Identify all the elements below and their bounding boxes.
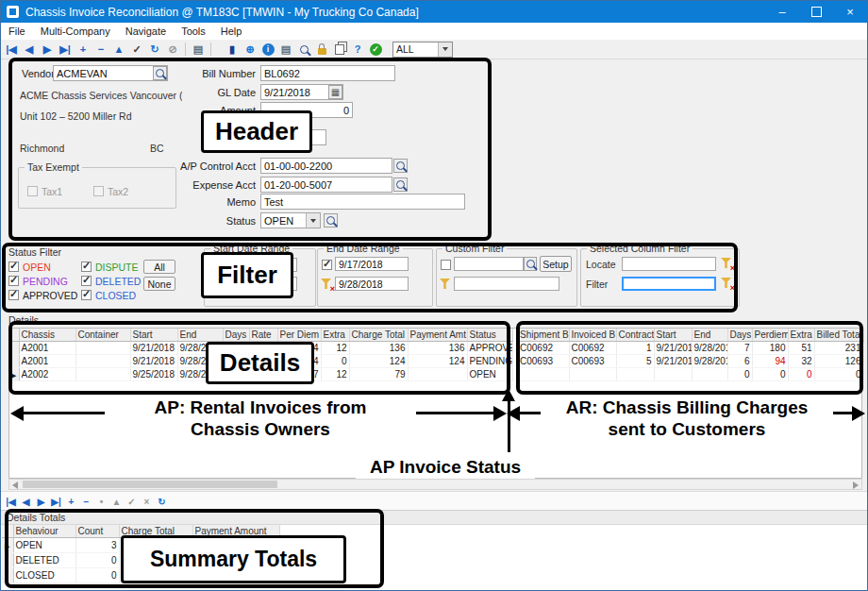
prev-record-button[interactable]: ◀: [21, 42, 38, 58]
menu-help[interactable]: Help: [213, 25, 250, 37]
ap-arrow-caption: AP: Rental Invoices from Chassis Owners: [105, 397, 416, 440]
ap-status-arrow: [508, 401, 510, 452]
window-title: Chassis Invoice Reconciliation @ TM183C …: [25, 6, 765, 19]
toolbar-separator: [210, 42, 211, 56]
filter-annotation-label: Filter: [201, 252, 293, 298]
ap-status-caption: AP Invoice Status: [356, 456, 535, 479]
totals-post-button[interactable]: ✓: [125, 495, 139, 509]
lock-button[interactable]: [313, 42, 330, 58]
totals-next-button[interactable]: ▶: [34, 495, 48, 509]
copy-icon: [335, 44, 344, 55]
totals-refresh-button[interactable]: ↻: [155, 495, 169, 509]
maximize-icon: [811, 7, 822, 17]
scroll-left-arrow[interactable]: [12, 481, 18, 489]
totals-prev-button[interactable]: ◀: [19, 495, 33, 509]
print-preview-button[interactable]: ▤: [277, 42, 294, 58]
menu-bar: File Multi-Company Navigate Tools Help: [1, 23, 867, 41]
filter-annotation-box: [2, 243, 738, 312]
last-record-button[interactable]: ▶|: [57, 42, 74, 58]
hide-record-button[interactable]: ⊘: [164, 42, 181, 58]
menu-multi-company[interactable]: Multi-Company: [33, 25, 118, 37]
post-record-button[interactable]: ✓: [128, 42, 145, 58]
details-annotation-label: Details: [206, 342, 314, 384]
ar-details-annotation-box: [516, 321, 863, 395]
totals-delete-button[interactable]: −: [79, 495, 93, 509]
summary-annotation-label: Summary Totals: [121, 535, 346, 583]
combo-dropdown-button[interactable]: [438, 42, 452, 57]
app-window: Chassis Invoice Reconciliation @ TM183C …: [0, 0, 868, 591]
search-button[interactable]: [295, 42, 312, 58]
edit-record-button[interactable]: ▲: [110, 42, 127, 58]
close-button[interactable]: ×: [833, 1, 867, 23]
ar-arrow-caption: AR: Chassis Billing Charges sent to Cust…: [541, 397, 833, 440]
minimize-button[interactable]: –: [765, 1, 799, 23]
search-icon: [300, 45, 309, 54]
title-bar: Chassis Invoice Reconciliation @ TM183C …: [1, 1, 867, 23]
toolbar-separator: [185, 42, 186, 56]
info-icon: i: [262, 43, 275, 56]
lock-icon: [318, 48, 326, 55]
caption-line: AP: Rental Invoices from: [105, 397, 416, 418]
approve-button[interactable]: ✓: [367, 42, 384, 58]
totals-dot-button[interactable]: •: [94, 495, 108, 509]
caption-line: Chassis Owners: [105, 418, 416, 440]
maximize-button[interactable]: [799, 1, 833, 23]
totals-cancel-button[interactable]: ×: [140, 495, 154, 509]
insert-record-button[interactable]: +: [75, 42, 92, 58]
first-record-button[interactable]: |◀: [3, 42, 20, 58]
menu-tools[interactable]: Tools: [174, 25, 213, 37]
web-button[interactable]: ⊕: [242, 42, 259, 58]
menu-file[interactable]: File: [1, 25, 33, 37]
details-hscrollbar[interactable]: [8, 479, 862, 490]
info-button[interactable]: i: [259, 42, 276, 58]
app-tile-button[interactable]: ▮: [224, 42, 241, 58]
refresh-button[interactable]: ↻: [146, 42, 163, 58]
print-button[interactable]: ▤: [190, 42, 207, 58]
totals-first-button[interactable]: |◀: [4, 495, 18, 509]
scroll-right-arrow[interactable]: [853, 481, 859, 489]
caption-line: sent to Customers: [541, 418, 833, 440]
main-toolbar: |◀ ◀ ▶ ▶| + − ▲ ✓ ↻ ⊘ ▤ ▮ ⊕ i ▤ ? ✓ ALL: [1, 40, 868, 59]
copy-button[interactable]: [331, 42, 348, 58]
scrollbar-thumb[interactable]: [23, 481, 277, 488]
help-button[interactable]: ?: [349, 42, 366, 58]
record-filter-combo[interactable]: ALL: [392, 42, 453, 58]
totals-insert-button[interactable]: +: [64, 495, 78, 509]
approve-check-icon: ✓: [370, 43, 382, 56]
caption-line: AR: Chassis Billing Charges: [541, 397, 833, 418]
totals-edit-button[interactable]: ▲: [109, 495, 124, 509]
app-icon: [7, 6, 19, 18]
chevron-down-icon: [442, 47, 448, 51]
menu-navigate[interactable]: Navigate: [118, 25, 174, 37]
combo-value: ALL: [393, 43, 438, 55]
totals-last-button[interactable]: ▶|: [49, 495, 63, 509]
delete-record-button[interactable]: −: [92, 42, 109, 58]
next-record-button[interactable]: ▶: [39, 42, 56, 58]
header-annotation-label: Header: [201, 110, 312, 153]
